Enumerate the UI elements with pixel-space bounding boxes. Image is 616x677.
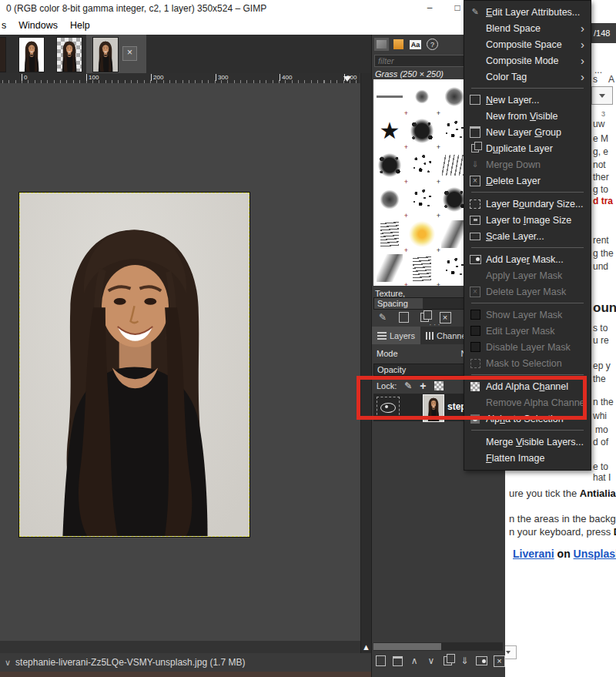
raise-layer-button[interactable]: ∧ bbox=[409, 655, 420, 667]
menu-item-layer-to-image-size[interactable]: Layer to Image Size bbox=[464, 212, 591, 228]
image-layer[interactable] bbox=[19, 193, 249, 537]
menu-item-add-layer-mask[interactable]: Add Layer Mask... bbox=[464, 251, 591, 267]
web-fragment: s bbox=[593, 74, 598, 85]
web-fragment: d of bbox=[593, 437, 608, 447]
image-thumbnail bbox=[19, 38, 44, 72]
menu-item-show-layer-mask: Show Layer Mask bbox=[464, 307, 591, 323]
web-fragment: A bbox=[608, 74, 614, 85]
menubar-item-help[interactable]: Help bbox=[64, 17, 96, 35]
brush-swatch[interactable] bbox=[373, 251, 406, 286]
menu-item-flatten-image[interactable]: Flatten Image bbox=[464, 450, 591, 466]
web-text: ure you tick the bbox=[509, 488, 580, 499]
menu-item-new-layer-group[interactable]: New Layer Group bbox=[464, 124, 591, 140]
help-icon: ? bbox=[427, 39, 438, 50]
menu-item-blend-space[interactable]: Blend Space › bbox=[464, 20, 591, 36]
canvas-vertical-scrollbar[interactable]: ▲ bbox=[360, 73, 371, 653]
brush-swatch[interactable]: ★ bbox=[373, 114, 406, 149]
menu-separator bbox=[471, 192, 584, 193]
tab-brushes[interactable] bbox=[374, 38, 389, 51]
web-fragment: uw bbox=[593, 119, 604, 129]
edit-brush-icon[interactable]: ✎ bbox=[377, 311, 389, 323]
gimp-content: × 0 100 200 300 400 500 bbox=[0, 35, 504, 677]
web-credit-line: Liverani on Unsplash bbox=[513, 548, 616, 560]
duplicate-layer-button[interactable] bbox=[443, 655, 454, 667]
lower-layer-button[interactable]: ∨ bbox=[426, 655, 437, 667]
new-group-icon bbox=[469, 126, 481, 139]
opacity-label: Opacity bbox=[377, 365, 406, 374]
ruler-pointer-icon bbox=[343, 76, 351, 82]
menu-item-new-from-visible[interactable]: New from Visible bbox=[464, 108, 591, 124]
menu-separator bbox=[471, 303, 584, 303]
web-text-bold: on bbox=[557, 548, 571, 560]
new-brush-icon[interactable] bbox=[397, 311, 410, 323]
chevron-down-icon[interactable]: ∨ bbox=[5, 658, 11, 668]
menu-item-color-tag[interactable]: Color Tag › bbox=[464, 69, 591, 85]
edit-attributes-icon: ✎ bbox=[469, 6, 481, 18]
menu-separator bbox=[471, 88, 584, 89]
tab-layers-label: Layers bbox=[390, 331, 415, 340]
scroll-up-icon[interactable]: ▲ bbox=[361, 642, 371, 652]
menu-item-duplicate-layer[interactable]: Duplicate Layer bbox=[464, 140, 591, 156]
brush-swatch[interactable] bbox=[406, 114, 438, 149]
menu-item-merge-down: ⇓ Merge Down bbox=[464, 156, 591, 173]
web-fragment-red: d tra bbox=[593, 196, 613, 206]
tab-fonts[interactable]: Aa bbox=[408, 38, 423, 51]
brush-swatch[interactable] bbox=[373, 148, 406, 183]
close-tab-button[interactable]: × bbox=[122, 46, 137, 61]
checkbox-icon bbox=[469, 309, 481, 321]
menu-item-apply-layer-mask: Apply Layer Mask bbox=[464, 267, 591, 283]
merge-layer-button[interactable]: ⇓ bbox=[459, 655, 470, 667]
checkbox-icon bbox=[469, 325, 481, 337]
delete-layer-button[interactable]: × bbox=[494, 655, 505, 667]
ruler-number: 200 bbox=[151, 74, 163, 81]
tab-help[interactable]: ? bbox=[425, 38, 440, 51]
panel-horizontal-scrollbar[interactable] bbox=[373, 642, 503, 651]
window-title: 0 (RGB color 8-bit gamma integer, c2, 1 … bbox=[0, 3, 266, 14]
menu-item-delete-layer[interactable]: × Delete Layer bbox=[464, 173, 591, 189]
add-mask-button[interactable] bbox=[476, 655, 487, 667]
web-link-liverani[interactable]: Liverani bbox=[513, 548, 554, 560]
image-tab[interactable] bbox=[0, 37, 6, 72]
menu-item-composite-mode[interactable]: Composite Mode › bbox=[464, 52, 591, 69]
new-layer-button[interactable] bbox=[376, 655, 387, 667]
web-fragment: ther bbox=[593, 172, 609, 183]
tab-gradients[interactable] bbox=[391, 38, 406, 51]
menu-item-layer-boundary-size[interactable]: Layer Boundary Size... bbox=[464, 196, 591, 212]
brush-swatch[interactable] bbox=[406, 216, 438, 251]
brush-swatch[interactable] bbox=[373, 79, 406, 114]
annotation-highlight-rectangle bbox=[357, 376, 587, 420]
canvas[interactable] bbox=[0, 83, 360, 641]
tab-layers[interactable]: Layers bbox=[372, 327, 420, 344]
new-group-button[interactable] bbox=[393, 655, 403, 667]
brush-swatch[interactable] bbox=[406, 251, 438, 286]
web-fragment: g to bbox=[593, 184, 608, 195]
image-tab[interactable] bbox=[18, 37, 45, 72]
web-fragment: ep y bbox=[593, 360, 611, 371]
pdf-page-counter: /148 bbox=[591, 23, 616, 43]
menu-item-merge-visible-layers[interactable]: Merge Visible Layers... bbox=[464, 434, 591, 450]
web-fragment: g the bbox=[593, 248, 614, 259]
web-fragment: e M bbox=[593, 133, 608, 144]
ruler-number: 100 bbox=[86, 74, 99, 81]
menubar-item-windows[interactable]: Windows bbox=[12, 17, 64, 35]
brush-swatch[interactable] bbox=[406, 148, 438, 183]
web-heading-fragment: oun bbox=[593, 300, 616, 316]
title-bar[interactable]: 0 (RGB color 8-bit gamma integer, c2, 1 … bbox=[0, 0, 504, 17]
image-tab[interactable] bbox=[56, 37, 82, 72]
delete-layer-icon: × bbox=[469, 175, 481, 187]
menu-item-edit-layer-attributes[interactable]: ✎ Edit Layer Attributes... bbox=[464, 4, 591, 20]
brush-swatch[interactable] bbox=[373, 183, 406, 217]
layer-boundary-icon bbox=[469, 198, 481, 210]
web-dropdown[interactable] bbox=[591, 86, 613, 105]
menu-item-composite-space[interactable]: Composite Space › bbox=[464, 36, 591, 52]
menubar-item-cut[interactable]: s bbox=[0, 17, 12, 35]
checkbox-icon bbox=[469, 341, 481, 354]
image-tab-active[interactable]: × bbox=[86, 35, 146, 73]
brush-swatch[interactable] bbox=[373, 216, 406, 251]
minimize-button[interactable]: – bbox=[420, 0, 440, 17]
menu-item-new-layer[interactable]: New Layer... bbox=[464, 92, 591, 108]
brush-swatch[interactable] bbox=[406, 183, 438, 217]
web-link-unsplash[interactable]: Unsplash bbox=[574, 548, 616, 560]
menu-item-scale-layer[interactable]: Scale Layer... bbox=[464, 228, 591, 244]
brush-swatch[interactable] bbox=[406, 79, 438, 114]
